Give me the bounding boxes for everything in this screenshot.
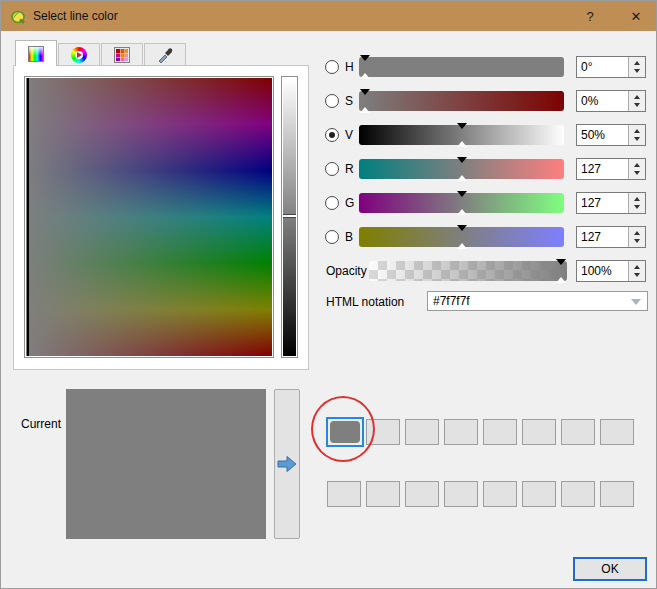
opacity-slider-handle[interactable] (555, 259, 567, 283)
html-notation-field (427, 291, 648, 311)
dropdown-arrow-icon[interactable] (631, 299, 641, 305)
swatch-empty[interactable] (405, 419, 439, 445)
swatch-empty[interactable] (405, 481, 439, 507)
r-slider-handle[interactable] (456, 157, 468, 181)
qgis-app-icon (9, 7, 27, 25)
value-bar-handle[interactable] (283, 214, 296, 218)
spin-up-icon[interactable] (634, 231, 640, 235)
swatch-empty[interactable] (522, 481, 556, 507)
spin-up-icon[interactable] (634, 163, 640, 167)
spin-down-icon[interactable] (634, 137, 640, 141)
tab-color-swatches[interactable] (101, 43, 143, 65)
spin-up-icon[interactable] (634, 95, 640, 99)
current-color-swatch (66, 389, 266, 539)
v-value-input[interactable] (577, 125, 627, 145)
select-color-dialog: Select line color ? ✕ (0, 0, 657, 589)
swatch-selected-fill (330, 421, 360, 443)
h-slider[interactable] (359, 57, 564, 77)
s-label: S (345, 90, 353, 112)
color-wheel-icon (71, 47, 87, 63)
swatch-empty[interactable] (483, 419, 517, 445)
v-slider-handle[interactable] (456, 123, 468, 147)
opacity-label: Opacity (326, 260, 367, 282)
b-slider-handle[interactable] (456, 225, 468, 249)
swatch-empty[interactable] (444, 419, 478, 445)
radio-s[interactable] (325, 94, 339, 108)
color-gradient-box-frame (24, 76, 274, 358)
h-spinbox (576, 56, 646, 78)
opacity-spinbox (576, 260, 646, 282)
swatch-empty[interactable] (561, 419, 595, 445)
swatch-empty[interactable] (366, 419, 400, 445)
html-notation-input[interactable] (428, 292, 623, 310)
spin-down-icon[interactable] (634, 239, 640, 243)
r-slider[interactable] (359, 159, 564, 179)
swatch-selected[interactable] (326, 417, 364, 447)
v-label: V (345, 124, 353, 146)
opacity-slider[interactable] (369, 261, 567, 281)
color-gradient-box[interactable] (26, 78, 272, 356)
ok-button[interactable]: OK (573, 557, 647, 581)
spin-down-icon[interactable] (634, 103, 640, 107)
value-bar[interactable] (283, 78, 296, 356)
b-slider[interactable] (359, 227, 564, 247)
spin-up-icon[interactable] (634, 129, 640, 133)
h-spin-buttons[interactable] (628, 57, 645, 77)
v-slider[interactable] (359, 125, 564, 145)
swatch-empty[interactable] (600, 419, 634, 445)
v-spinbox (576, 124, 646, 146)
b-label: B (345, 226, 353, 248)
spin-up-icon[interactable] (634, 265, 640, 269)
h-label: H (345, 56, 354, 78)
swatch-empty[interactable] (366, 481, 400, 507)
s-slider[interactable] (359, 91, 564, 111)
swatch-empty[interactable] (522, 419, 556, 445)
radio-h[interactable] (325, 60, 339, 74)
current-label: Current (21, 417, 61, 431)
b-value-input[interactable] (577, 227, 627, 247)
swatch-empty[interactable] (483, 481, 517, 507)
spin-down-icon[interactable] (634, 69, 640, 73)
g-label: G (345, 192, 354, 214)
radio-g[interactable] (325, 196, 339, 210)
radio-b[interactable] (325, 230, 339, 244)
r-value-input[interactable] (577, 159, 627, 179)
r-spin-buttons[interactable] (628, 159, 645, 179)
s-spin-buttons[interactable] (628, 91, 645, 111)
s-slider-handle[interactable] (359, 89, 371, 113)
h-value-input[interactable] (577, 57, 627, 77)
g-slider[interactable] (359, 193, 564, 213)
html-notation-label: HTML notation (326, 291, 404, 313)
help-button[interactable]: ? (582, 9, 598, 24)
tab-color-wheel[interactable] (58, 43, 100, 65)
opacity-value-input[interactable] (577, 261, 627, 281)
tab-color-box[interactable] (15, 40, 57, 66)
color-box-icon (28, 46, 44, 62)
radio-r[interactable] (325, 162, 339, 176)
b-spin-buttons[interactable] (628, 227, 645, 247)
spin-down-icon[interactable] (634, 273, 640, 277)
swatch-empty[interactable] (327, 481, 361, 507)
tab-color-picker[interactable] (144, 43, 186, 65)
swatch-empty[interactable] (561, 481, 595, 507)
v-spin-buttons[interactable] (628, 125, 645, 145)
g-slider-handle[interactable] (456, 191, 468, 215)
eyedropper-icon (157, 47, 173, 63)
g-value-input[interactable] (577, 193, 627, 213)
h-slider-handle[interactable] (359, 55, 371, 79)
swatch-empty[interactable] (600, 481, 634, 507)
s-value-input[interactable] (577, 91, 627, 111)
spin-down-icon[interactable] (634, 205, 640, 209)
add-to-swatches-button[interactable] (274, 389, 300, 539)
r-spinbox (576, 158, 646, 180)
radio-v[interactable] (325, 128, 339, 142)
close-button[interactable]: ✕ (628, 9, 644, 24)
spin-up-icon[interactable] (634, 61, 640, 65)
swatch-empty[interactable] (444, 481, 478, 507)
spin-down-icon[interactable] (634, 171, 640, 175)
g-spin-buttons[interactable] (628, 193, 645, 213)
b-spinbox (576, 226, 646, 248)
opacity-spin-buttons[interactable] (628, 261, 645, 281)
s-spinbox (576, 90, 646, 112)
spin-up-icon[interactable] (634, 197, 640, 201)
